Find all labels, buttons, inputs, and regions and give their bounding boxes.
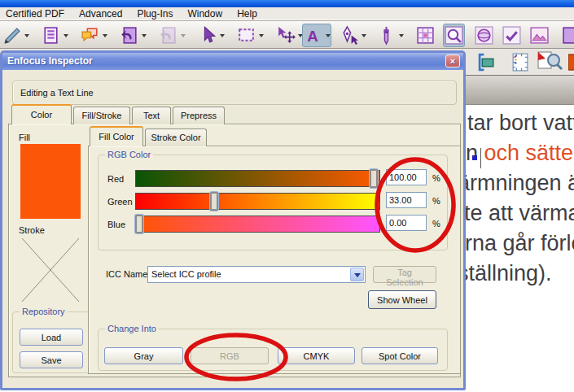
blue-label: Blue bbox=[107, 220, 125, 229]
gray-button-label: Gray bbox=[134, 351, 154, 361]
green-value-input[interactable] bbox=[386, 192, 427, 208]
note-tool-button[interactable] bbox=[41, 24, 68, 46]
tab-prepress[interactable]: Prepress bbox=[173, 107, 225, 124]
dropdown-arrow-icon[interactable] bbox=[103, 34, 107, 37]
marquee-icon bbox=[236, 25, 256, 46]
dropdown-arrow-icon[interactable] bbox=[259, 34, 264, 37]
snapshot-disabled-button bbox=[158, 24, 186, 46]
tab-label: Prepress bbox=[181, 111, 217, 120]
grid-tool-button[interactable] bbox=[415, 24, 436, 46]
menu-plug-ins[interactable]: Plug-Ins bbox=[137, 7, 180, 20]
preflight-button[interactable] bbox=[536, 50, 565, 72]
text-tool-button[interactable]: A bbox=[302, 24, 331, 47]
menu-window[interactable]: Window bbox=[187, 7, 230, 20]
dropdown-arrow-icon[interactable] bbox=[64, 34, 68, 37]
check-tool-button[interactable] bbox=[502, 24, 522, 46]
marquee-tool-button[interactable] bbox=[236, 24, 264, 46]
move-tool-button[interactable] bbox=[275, 24, 303, 46]
menu-help[interactable]: Help bbox=[237, 7, 265, 20]
red-slider-handle[interactable] bbox=[370, 169, 378, 188]
bezier-tool-button[interactable] bbox=[339, 24, 366, 46]
eyedropper-tool-button[interactable] bbox=[376, 24, 404, 46]
doc-text-line: arna går förlo bbox=[453, 231, 574, 256]
select-tool-button[interactable] bbox=[197, 24, 225, 46]
load-button[interactable]: Load bbox=[20, 329, 83, 346]
doc-text-line: n och sätter bbox=[466, 141, 574, 166]
repository-group-label: Repository bbox=[20, 307, 68, 316]
dropdown-arrow-icon[interactable] bbox=[142, 34, 147, 37]
doc-text: ärmningen är bbox=[458, 171, 574, 195]
doc-text: tar bort vatte bbox=[467, 111, 574, 135]
dropdown-arrow-icon[interactable] bbox=[361, 34, 366, 37]
spot-color-button[interactable]: Spot Color bbox=[361, 347, 438, 364]
doc-text: n bbox=[466, 141, 484, 165]
blue-slider-track[interactable] bbox=[135, 216, 380, 233]
cmyk-button[interactable]: CMYK bbox=[278, 347, 355, 364]
stroke-label: Stroke bbox=[19, 225, 45, 235]
blue-slider-handle[interactable] bbox=[135, 215, 143, 233]
menu-certified-pdf[interactable]: Certified PDF bbox=[6, 7, 72, 20]
repository-group: Repository Load Save bbox=[12, 311, 92, 373]
pen-tool-button[interactable] bbox=[2, 24, 29, 46]
globe-icon bbox=[474, 25, 494, 46]
context-header-text: Editing a Text Line bbox=[20, 88, 94, 98]
save-button[interactable]: Save bbox=[20, 351, 83, 368]
globe-tool-button[interactable] bbox=[474, 24, 494, 46]
move-arrow-icon bbox=[275, 25, 296, 46]
tab-label: Fill/Stroke bbox=[82, 111, 122, 120]
fill-color-swatch[interactable] bbox=[20, 144, 81, 219]
clipped-orange-icon bbox=[568, 52, 574, 72]
tag-selection-button: Tag Selection bbox=[373, 266, 436, 283]
green-percent-label: % bbox=[432, 196, 440, 206]
snapshot-tool-button[interactable] bbox=[119, 24, 147, 46]
menu-advanced[interactable]: Advanced bbox=[79, 7, 129, 20]
zoom-tool-button[interactable] bbox=[443, 24, 465, 47]
show-wheel-button[interactable]: Show Wheel bbox=[368, 290, 436, 309]
svg-text:A: A bbox=[307, 28, 318, 45]
blue-percent-label: % bbox=[432, 219, 440, 229]
doc-text: arna går förlo bbox=[453, 231, 574, 255]
note-icon bbox=[41, 25, 61, 46]
tab-color[interactable]: Color bbox=[11, 104, 72, 124]
rgb-button-label: RGB bbox=[220, 351, 239, 361]
embed-object-icon bbox=[477, 52, 497, 72]
tab-stroke-color[interactable]: Stroke Color bbox=[145, 128, 207, 146]
comments-tool-button[interactable] bbox=[80, 24, 107, 46]
embed-object-button[interactable] bbox=[477, 51, 497, 73]
doc-text-line: ställning). bbox=[458, 261, 552, 286]
page-marks-button[interactable] bbox=[510, 51, 530, 73]
dialog-title-bar[interactable]: Enfocus Inspector × bbox=[2, 53, 463, 70]
blue-value-input[interactable] bbox=[386, 215, 427, 231]
tab-text[interactable]: Text bbox=[132, 107, 171, 124]
tab-fill-color[interactable]: Fill Color bbox=[90, 126, 143, 146]
combo-dropdown-button[interactable] bbox=[350, 268, 364, 281]
load-button-label: Load bbox=[42, 333, 61, 342]
doc-text-line: tar bort vatte bbox=[467, 111, 574, 136]
tab-fill-stroke[interactable]: Fill/Stroke bbox=[73, 107, 130, 124]
text-caret bbox=[480, 148, 481, 168]
doc-text-line: te att värma bbox=[464, 201, 574, 226]
stroke-none-swatch[interactable] bbox=[20, 237, 81, 303]
show-wheel-label: Show Wheel bbox=[377, 295, 427, 305]
red-value-input[interactable] bbox=[386, 169, 427, 185]
green-slider-track[interactable] bbox=[135, 193, 380, 210]
close-button[interactable]: × bbox=[445, 54, 460, 68]
snapshot-icon bbox=[119, 25, 139, 46]
gray-button[interactable]: Gray bbox=[104, 347, 183, 364]
clipped-tool-button[interactable] bbox=[562, 24, 574, 46]
dropdown-arrow-icon[interactable] bbox=[326, 34, 331, 37]
rgb-group-label: RGB Color bbox=[105, 150, 153, 159]
image-tool-button[interactable] bbox=[529, 24, 550, 46]
dropdown-arrow-icon bbox=[181, 34, 186, 37]
tab-label: Fill Color bbox=[99, 132, 134, 142]
cmyk-button-label: CMYK bbox=[304, 351, 330, 361]
clipped-orange-button[interactable] bbox=[568, 51, 574, 73]
preflight-icon bbox=[536, 50, 563, 72]
icc-profile-combobox[interactable]: Select ICC profile bbox=[147, 266, 366, 283]
dropdown-arrow-icon[interactable] bbox=[399, 34, 404, 37]
dropdown-arrow-icon[interactable] bbox=[24, 34, 29, 37]
red-slider-track[interactable] bbox=[135, 170, 380, 187]
dropdown-arrow-icon[interactable] bbox=[220, 34, 225, 37]
green-slider-handle[interactable] bbox=[210, 192, 218, 211]
menu-bar: Certified PDF Advanced Plug-Ins Window H… bbox=[0, 7, 574, 20]
